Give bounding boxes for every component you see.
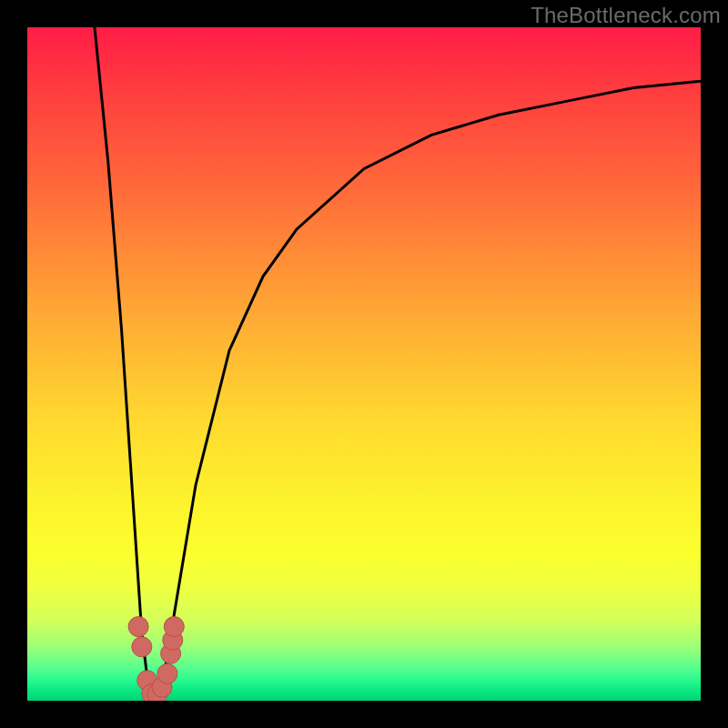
bottleneck-curve-path [95, 27, 701, 701]
plot-area [27, 27, 701, 701]
bottleneck-curve [95, 27, 701, 701]
config-marker [157, 663, 177, 683]
watermark-text: TheBottleneck.com [531, 3, 721, 28]
curve-layer [27, 27, 701, 701]
marker-group [128, 617, 184, 701]
chart-frame: TheBottleneck.com [0, 0, 728, 728]
config-marker [132, 637, 152, 657]
config-marker [128, 617, 148, 637]
config-marker [164, 617, 184, 637]
